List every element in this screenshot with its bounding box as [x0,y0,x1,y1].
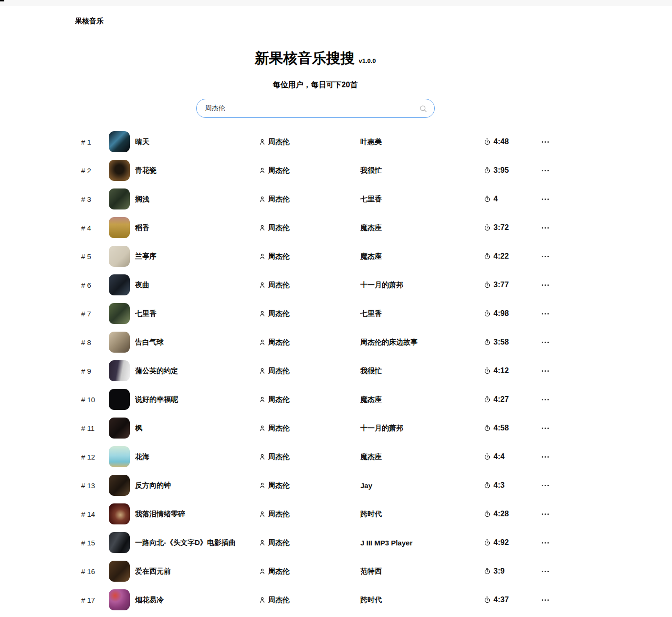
album-name: 我很忙 [360,166,484,175]
song-title: 枫 [135,424,259,433]
stopwatch-icon [484,196,491,202]
ellipsis-icon[interactable] [541,368,550,374]
song-row[interactable]: # 11 枫 周杰伦 十一月的萧邦 4:58 [75,414,556,442]
artist-cell: 周杰伦 [259,223,360,232]
artist-name: 周杰伦 [268,137,290,146]
album-name: 七里香 [360,309,484,318]
artist-cell: 周杰伦 [259,510,360,519]
song-row[interactable]: # 9 蒲公英的约定 周杰伦 我很忙 4:12 [75,356,556,385]
artist-name: 周杰伦 [268,567,290,576]
stopwatch-icon [484,339,491,345]
artist-cell: 周杰伦 [259,137,360,146]
duration-cell: 3:77 [484,281,541,289]
duration-value: 3:9 [494,567,504,575]
album-art [109,332,130,353]
ellipsis-icon[interactable] [541,597,550,603]
stopwatch-icon [484,310,491,317]
ellipsis-icon[interactable] [541,397,550,402]
ellipsis-icon[interactable] [541,483,550,488]
ellipsis-icon[interactable] [541,569,550,574]
artist-name: 周杰伦 [268,596,290,605]
album-name: 魔杰座 [360,395,484,404]
page-title-text: 新果核音乐搜搜 [254,50,355,66]
song-row[interactable]: # 3 搁浅 周杰伦 七里香 4 [75,185,556,213]
album-name: 魔杰座 [360,452,484,461]
song-title: 搁浅 [135,195,259,204]
album-art [109,188,130,209]
song-row[interactable]: # 12 花海 周杰伦 魔杰座 4:4 [75,442,556,471]
song-title: 夜曲 [135,281,259,290]
rank-label: # 4 [81,224,109,232]
song-row[interactable]: # 15 一路向北-《头文字D》电影插曲 周杰伦 J III MP3 Playe… [75,528,556,557]
ellipsis-icon[interactable] [541,340,550,345]
song-title: 一路向北-《头文字D》电影插曲 [135,538,259,547]
duration-value: 4:48 [494,137,509,146]
ellipsis-icon[interactable] [541,139,550,145]
album-name: Jay [360,481,484,490]
album-art [109,561,130,582]
duration-cell: 4:48 [484,137,541,146]
ellipsis-icon[interactable] [541,282,550,288]
song-row[interactable]: # 7 七里香 周杰伦 七里香 4:98 [75,299,556,328]
song-row[interactable]: # 6 夜曲 周杰伦 十一月的萧邦 3:77 [75,271,556,299]
song-row[interactable]: # 2 青花瓷 周杰伦 我很忙 3:95 [75,156,556,185]
album-art [109,589,130,610]
person-icon [259,339,265,345]
album-art [109,360,130,381]
album-name: 魔杰座 [360,252,484,261]
song-title: 稻香 [135,223,259,232]
stopwatch-icon [484,282,491,288]
artist-name: 周杰伦 [268,510,290,519]
person-icon [259,225,265,231]
song-row[interactable]: # 8 告白气球 周杰伦 周杰伦的床边故事 3:58 [75,328,556,356]
duration-value: 3:77 [494,281,509,289]
song-row[interactable]: # 5 兰亭序 周杰伦 魔杰座 4:22 [75,242,556,271]
song-row[interactable]: # 4 稻香 周杰伦 魔杰座 3:72 [75,213,556,242]
ellipsis-icon[interactable] [541,540,550,545]
song-title: 七里香 [135,309,259,318]
song-title: 花海 [135,452,259,461]
ellipsis-icon[interactable] [541,225,550,230]
song-row[interactable]: # 17 烟花易冷 周杰伦 跨时代 4:37 [75,586,556,614]
rank-label: # 8 [81,338,109,346]
song-title: 蒲公英的约定 [135,366,259,376]
ellipsis-icon[interactable] [541,254,550,259]
artist-name: 周杰伦 [268,309,290,318]
ellipsis-icon[interactable] [541,197,550,202]
person-icon [259,139,265,145]
person-icon [259,540,265,546]
rank-label: # 1 [81,138,109,146]
search-input[interactable]: 周杰伦 [196,99,435,118]
search-icon[interactable] [419,105,427,113]
stopwatch-icon [484,453,491,460]
duration-value: 3:72 [494,223,509,232]
ellipsis-icon[interactable] [541,426,550,431]
rank-label: # 15 [81,539,109,547]
brand-title[interactable]: 果核音乐 [75,17,104,26]
album-art [109,418,130,439]
song-row[interactable]: # 14 我落泪情绪零碎 周杰伦 跨时代 4:28 [75,500,556,528]
duration-value: 4:92 [494,538,509,547]
stopwatch-icon [484,253,491,260]
ellipsis-icon[interactable] [541,512,550,517]
song-row[interactable] [75,614,556,617]
album-name: 跨时代 [360,510,484,519]
song-row[interactable]: # 16 爱在西元前 周杰伦 范特西 3:9 [75,557,556,586]
artist-cell: 周杰伦 [259,166,360,175]
album-name: 叶惠美 [360,137,484,146]
ellipsis-icon[interactable] [541,454,550,460]
song-row[interactable]: # 1 晴天 周杰伦 叶惠美 4:48 [75,127,556,156]
album-art [109,446,130,467]
ellipsis-icon[interactable] [541,168,550,173]
hero-section: 新果核音乐搜搜v1.0.0 每位用户，每日可下20首 周杰伦 [75,51,556,118]
song-row[interactable]: # 13 反方向的钟 周杰伦 Jay 4:3 [75,471,556,500]
ellipsis-icon[interactable] [541,311,550,316]
rank-label: # 16 [81,567,109,575]
person-icon [259,597,265,603]
song-title: 爱在西元前 [135,567,259,576]
artist-cell: 周杰伦 [259,395,360,404]
rank-label: # 5 [81,252,109,261]
song-row[interactable]: # 10 说好的幸福呢 周杰伦 魔杰座 4:27 [75,385,556,414]
artist-cell: 周杰伦 [259,452,360,461]
album-art [109,246,130,267]
